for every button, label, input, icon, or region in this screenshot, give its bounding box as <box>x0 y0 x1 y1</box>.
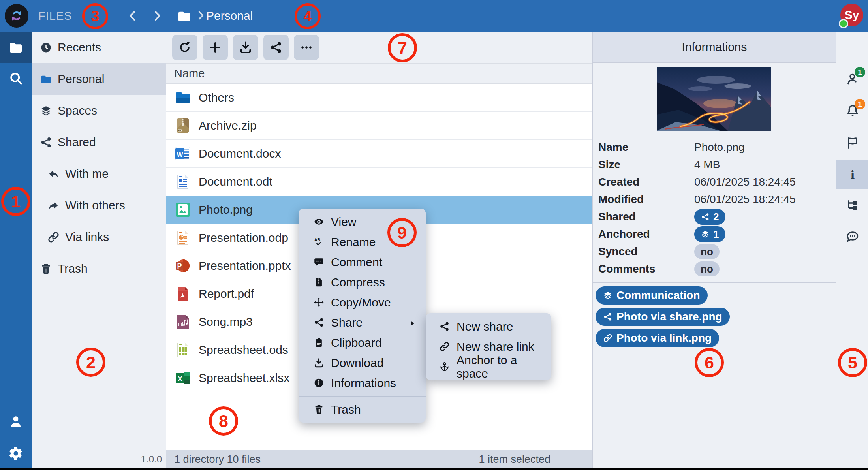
file-name: Document.odt <box>199 175 272 188</box>
rail-settings-button[interactable] <box>0 438 32 469</box>
menu-item-informations[interactable]: Informations <box>299 373 426 393</box>
breadcrumb-folder-icon[interactable] <box>177 8 192 24</box>
sidebar-item-spaces[interactable]: Spaces <box>32 95 166 126</box>
menu-item-clipboard[interactable]: Clipboard <box>299 333 426 353</box>
share-icon <box>40 136 52 149</box>
layers-icon <box>603 291 612 300</box>
detail-badge-anchored[interactable]: 1 <box>694 226 725 242</box>
sidebar-item-recents[interactable]: Recents <box>32 32 166 63</box>
detail-badge-comments: no <box>694 261 720 276</box>
trash-icon <box>40 263 52 275</box>
sidebar-item-via-links[interactable]: Via links <box>32 221 166 253</box>
file-row-document-odt[interactable]: Document.odt <box>166 168 592 196</box>
breadcrumb[interactable]: Personal <box>206 0 253 32</box>
file-row-archive-zip[interactable]: Archive.zip <box>166 112 592 140</box>
comment-icon <box>314 257 324 267</box>
detail-value: 06/01/2025 18:24:45 <box>694 193 796 206</box>
speech-icon <box>845 229 860 244</box>
submenu-item-new-share[interactable]: New share <box>426 316 551 337</box>
file-tags: CommunicationPhoto via share.pngPhoto vi… <box>596 286 823 347</box>
trash-icon <box>314 404 324 415</box>
menu-item-comment[interactable]: Comment <box>299 252 426 272</box>
file-icon-pptx: P <box>174 257 192 274</box>
tag-communication[interactable]: Communication <box>596 286 708 305</box>
back-button[interactable] <box>125 8 141 24</box>
gear-icon <box>8 446 23 461</box>
refresh-button[interactable] <box>172 35 197 60</box>
compress-icon <box>314 277 324 288</box>
menu-item-label: Informations <box>331 376 396 390</box>
app-version: 1.0.0 <box>32 450 162 468</box>
panel-tab-comments[interactable] <box>836 222 868 251</box>
file-row-document-docx[interactable]: WDocument.docx <box>166 140 592 168</box>
file-icon-mp3 <box>174 313 192 331</box>
tag-label: Communication <box>616 289 700 302</box>
share-icon <box>439 321 450 332</box>
menu-item-download[interactable]: Download <box>299 353 426 373</box>
file-name: Spreadsheet.ods <box>199 343 288 357</box>
menu-item-share[interactable]: Share <box>299 312 426 333</box>
more-button[interactable] <box>294 35 319 60</box>
file-name: Report.pdf <box>199 287 254 301</box>
info-panel: Informations NamePhoto.pngSiz <box>592 32 836 468</box>
person-icon <box>8 414 23 429</box>
annotation-circle-6: 6 <box>695 348 724 377</box>
panel-tab-informations[interactable] <box>836 160 868 189</box>
reply-icon <box>47 168 60 180</box>
submenu-item-anchor-to-a-space[interactable]: Anchor to a space <box>426 357 551 377</box>
rail-account-button[interactable] <box>0 406 32 438</box>
detail-row-shared: Shared2 <box>598 208 827 226</box>
download-button[interactable] <box>233 35 258 60</box>
plus-icon <box>209 41 222 54</box>
detail-label: Modified <box>598 193 694 206</box>
column-header-name[interactable]: Name <box>166 63 592 84</box>
file-name: Archive.zip <box>199 119 257 132</box>
detail-row-size: Size4 MB <box>598 156 827 173</box>
sidebar-item-label: With me <box>65 167 109 180</box>
detail-label: Name <box>598 141 694 154</box>
annotation-circle-1: 1 <box>1 187 30 216</box>
file-name: Song.mp3 <box>199 315 253 329</box>
detail-badge-shared[interactable]: 2 <box>694 209 725 225</box>
add-button[interactable] <box>203 35 228 60</box>
divider <box>593 133 836 133</box>
tree-icon <box>845 198 860 212</box>
refresh-icon <box>178 41 192 54</box>
menu-item-label: Copy/Move <box>331 296 391 309</box>
tag-photo-via-share-png[interactable]: Photo via share.png <box>596 308 730 326</box>
share-button[interactable] <box>263 35 289 60</box>
sync-icon <box>9 8 24 24</box>
app-logo-sync-icon[interactable] <box>5 4 28 28</box>
sidebar-item-shared[interactable]: Shared <box>32 126 166 158</box>
detail-label: Size <box>598 158 694 171</box>
status-selection-count: 1 item selected <box>479 453 550 466</box>
badge-contacts: 1 <box>855 67 865 77</box>
sidebar-item-trash[interactable]: Trash <box>32 253 166 284</box>
chevron-right-icon <box>151 9 163 22</box>
sidebar: Recents Personal Spaces Shared With me W… <box>32 32 166 468</box>
menu-item-copy-move[interactable]: Copy/Move <box>299 292 426 312</box>
rail-search-button[interactable] <box>0 62 32 94</box>
info-serif-icon <box>845 167 860 182</box>
link-icon <box>47 231 60 243</box>
link-icon <box>439 341 450 352</box>
menu-item-compress[interactable]: Compress <box>299 272 426 292</box>
file-name: Photo.png <box>199 203 253 216</box>
forward-button[interactable] <box>149 8 165 24</box>
detail-badge-synced: no <box>694 244 720 259</box>
sidebar-item-with-others[interactable]: With others <box>32 190 166 221</box>
sidebar-item-with-me[interactable]: With me <box>32 158 166 190</box>
rail-files-button[interactable] <box>0 32 32 63</box>
file-name: Others <box>199 91 234 104</box>
menu-item-trash[interactable]: Trash <box>299 399 426 419</box>
tag-photo-via-link-png[interactable]: Photo via link.png <box>596 329 719 347</box>
file-details: NamePhoto.pngSize4 MBCreated06/01/2025 1… <box>598 139 827 278</box>
panel-tab-spaces-tree[interactable] <box>836 191 868 220</box>
file-row-others[interactable]: Others <box>166 84 592 112</box>
sidebar-item-personal[interactable]: Personal <box>32 63 166 95</box>
sidebar-item-label: Spaces <box>58 104 97 117</box>
panel-tab-flags[interactable] <box>836 128 868 157</box>
sidebar-item-label: Personal <box>58 72 104 86</box>
download-icon <box>239 41 252 54</box>
svg-text:P: P <box>177 262 182 270</box>
